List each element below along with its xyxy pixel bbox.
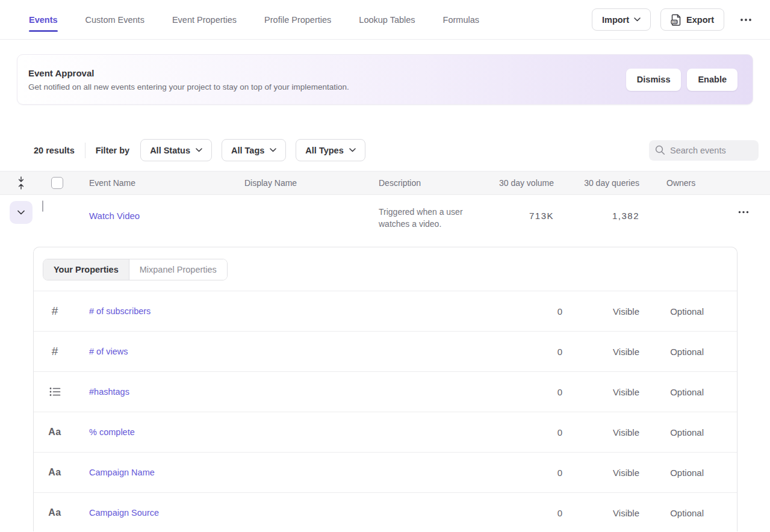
chevron-down-icon — [349, 148, 356, 152]
property-queries: 0 — [502, 468, 562, 478]
event-row-watch-video: Watch Video Triggered when a user watche… — [0, 195, 770, 247]
ellipsis-icon — [740, 18, 752, 22]
row-more-button[interactable] — [732, 207, 755, 217]
event-volume: 713K — [494, 211, 554, 221]
types-filter-value: All Types — [305, 146, 343, 155]
search-events-input[interactable] — [670, 146, 753, 155]
select-all-checkbox[interactable] — [51, 177, 63, 189]
csv-file-icon: csv — [671, 14, 682, 26]
property-row: Aa Campaign Source 0 Visible Optional — [34, 493, 737, 531]
tab-formulas[interactable]: Formulas — [443, 0, 479, 39]
property-visibility: Visible — [562, 508, 639, 518]
tab-your-properties[interactable]: Your Properties — [43, 259, 129, 280]
property-queries: 0 — [502, 306, 562, 317]
tags-filter-value: All Tags — [231, 146, 264, 155]
export-label: Export — [686, 15, 714, 25]
import-button[interactable]: Import — [592, 8, 651, 31]
banner-title: Event Approval — [28, 68, 349, 78]
property-visibility: Visible — [562, 468, 639, 478]
collapse-all-button[interactable] — [0, 176, 42, 190]
property-visibility: Visible — [562, 306, 639, 317]
property-requirement: Optional — [639, 347, 704, 357]
text-icon: Aa — [48, 427, 61, 438]
chevron-down-icon — [270, 148, 276, 152]
property-name-link[interactable]: % complete — [76, 427, 502, 437]
property-requirement: Optional — [639, 427, 704, 438]
export-button[interactable]: csv Export — [660, 8, 724, 31]
property-name-link[interactable]: Campaign Name — [76, 468, 502, 477]
ellipsis-icon — [738, 211, 749, 214]
dismiss-button[interactable]: Dismiss — [626, 69, 682, 91]
property-visibility: Visible — [562, 427, 639, 438]
event-approval-banner: Event Approval Get notified on all new e… — [17, 54, 753, 105]
chevron-down-icon — [17, 210, 25, 215]
tab-mixpanel-properties[interactable]: Mixpanel Properties — [129, 259, 227, 280]
property-queries: 0 — [502, 427, 562, 438]
collapse-vertical-icon — [17, 176, 25, 190]
property-requirement: Optional — [639, 306, 704, 317]
text-icon: Aa — [48, 467, 61, 478]
col-event-name: Event Name — [72, 178, 238, 188]
event-description: Triggered when a user watches a video. — [373, 206, 480, 230]
properties-tab-group: Your Properties Mixpanel Properties — [43, 259, 228, 280]
event-properties-panel: Your Properties Mixpanel Properties # # … — [33, 247, 737, 531]
import-label: Import — [602, 15, 629, 25]
tab-custom-events[interactable]: Custom Events — [85, 0, 144, 39]
events-table-header: Event Name Display Name Description 30 d… — [0, 171, 770, 195]
property-queries: 0 — [502, 387, 562, 397]
lexicon-tabs: Events Custom Events Event Properties Pr… — [29, 0, 479, 39]
svg-text:csv: csv — [672, 20, 677, 23]
property-row: Aa Campaign Name 0 Visible Optional — [34, 453, 737, 493]
enable-button[interactable]: Enable — [687, 69, 737, 91]
property-row: # # of views 0 Visible Optional — [34, 332, 737, 372]
filter-bar: 20 results Filter by All Status All Tags… — [0, 139, 770, 161]
number-icon: # — [52, 305, 58, 318]
tab-profile-properties[interactable]: Profile Properties — [264, 0, 331, 39]
property-queries: 0 — [502, 347, 562, 357]
col-30-day-volume: 30 day volume — [494, 178, 554, 188]
property-row: # # of subscribers 0 Visible Optional — [34, 291, 737, 332]
property-name-link[interactable]: # of views — [76, 347, 502, 356]
chevron-down-icon — [196, 148, 202, 152]
event-name-link[interactable]: Watch Video — [72, 211, 238, 221]
tab-events[interactable]: Events — [29, 0, 58, 39]
results-count: 20 results — [34, 146, 75, 155]
property-visibility: Visible — [562, 347, 639, 357]
text-icon: Aa — [48, 507, 61, 518]
col-description: Description — [373, 178, 494, 188]
status-filter-dropdown[interactable]: All Status — [140, 139, 212, 161]
col-display-name: Display Name — [238, 178, 373, 188]
chevron-down-icon — [634, 17, 641, 22]
search-icon — [655, 145, 665, 155]
event-queries: 1,382 — [554, 211, 639, 221]
tab-lookup-tables[interactable]: Lookup Tables — [359, 0, 415, 39]
top-navigation: Events Custom Events Event Properties Pr… — [0, 0, 770, 40]
col-owners: Owners — [639, 178, 716, 188]
col-30-day-queries: 30 day queries — [554, 178, 639, 188]
number-icon: # — [52, 345, 58, 358]
types-filter-dropdown[interactable]: All Types — [296, 139, 365, 161]
property-queries: 0 — [502, 508, 562, 518]
tab-event-properties[interactable]: Event Properties — [172, 0, 237, 39]
divider — [85, 143, 85, 158]
row-checkbox[interactable] — [42, 200, 43, 212]
property-row: #hashtags 0 Visible Optional — [34, 372, 737, 412]
property-requirement: Optional — [639, 387, 704, 397]
status-filter-value: All Status — [150, 146, 190, 155]
filter-by-label: Filter by — [96, 146, 129, 155]
search-events-box[interactable] — [649, 140, 759, 161]
property-visibility: Visible — [562, 387, 639, 397]
nav-more-button[interactable] — [734, 14, 758, 25]
property-requirement: Optional — [639, 468, 704, 478]
property-name-link[interactable]: # of subscribers — [76, 306, 502, 316]
banner-description: Get notified on all new events entering … — [28, 82, 349, 91]
property-name-link[interactable]: Campaign Source — [76, 508, 502, 518]
tags-filter-dropdown[interactable]: All Tags — [222, 139, 286, 161]
list-icon — [49, 387, 61, 397]
collapse-row-button[interactable] — [10, 201, 33, 224]
property-requirement: Optional — [639, 508, 704, 518]
property-name-link[interactable]: #hashtags — [76, 387, 502, 397]
property-row: Aa % complete 0 Visible Optional — [34, 412, 737, 453]
